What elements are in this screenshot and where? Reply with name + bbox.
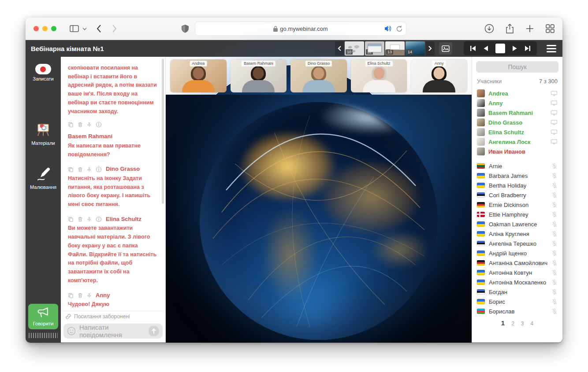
- page-3[interactable]: 3: [521, 320, 524, 327]
- attendee-row[interactable]: Аліна Кругленя: [476, 229, 558, 239]
- attendee-row[interactable]: Oakman Lawrence: [476, 219, 558, 229]
- attendee-row[interactable]: Ettie Hamphrey: [476, 210, 558, 219]
- back-button[interactable]: [97, 25, 101, 33]
- emoji-icon[interactable]: [67, 327, 76, 335]
- tab-overview-icon[interactable]: [546, 24, 555, 33]
- page-1[interactable]: 1: [501, 319, 505, 327]
- skip-to-start-button[interactable]: [470, 45, 476, 52]
- participant-row[interactable]: Ангелина Лоск: [476, 137, 558, 147]
- attendee-row[interactable]: Борислав: [476, 306, 558, 316]
- flag-ukraine-icon: [477, 183, 485, 188]
- forward-button[interactable]: [112, 25, 117, 33]
- menu-button[interactable]: [547, 45, 556, 52]
- webcam-tile[interactable]: Basem Rahmani: [231, 59, 287, 92]
- participant-row[interactable]: Elina Schultz: [476, 127, 558, 137]
- participant-row[interactable]: Andrea: [476, 88, 558, 98]
- attendee-row[interactable]: Антоніна Москаленко: [476, 277, 558, 287]
- page-2[interactable]: 2: [511, 320, 514, 327]
- info-icon[interactable]: [96, 122, 102, 128]
- participant-row[interactable]: Anny: [476, 98, 558, 108]
- minimize-window-button[interactable]: [42, 26, 48, 31]
- webcam-tile[interactable]: Elina Schultz: [351, 59, 407, 92]
- next-slide-button[interactable]: [512, 45, 517, 52]
- attendee-row[interactable]: Антаніна Самойлович: [476, 258, 558, 268]
- audio-playing-icon[interactable]: [385, 26, 392, 32]
- chevron-down-icon[interactable]: [82, 27, 87, 30]
- media-library-button[interactable]: [439, 42, 452, 55]
- chat-bubble-icon[interactable]: [551, 139, 558, 145]
- participant-row[interactable]: Иван Иванов: [476, 147, 558, 156]
- attendee-row[interactable]: Антоніна Ковтун: [476, 268, 558, 277]
- downloads-icon[interactable]: [484, 24, 494, 33]
- materials-button[interactable]: Матеріали: [31, 122, 55, 146]
- speak-button[interactable]: Говорити: [28, 304, 58, 329]
- trash-icon[interactable]: [78, 292, 83, 298]
- webcam-tile[interactable]: Dino Grasso: [290, 59, 347, 92]
- chat-scrollbar[interactable]: [162, 59, 164, 204]
- chat-bubble-icon[interactable]: [551, 129, 558, 136]
- attendee-row[interactable]: Борис: [476, 297, 558, 306]
- attendee-row[interactable]: Ernie Dickinson: [476, 200, 558, 210]
- webcam-tile[interactable]: Andrea: [170, 59, 227, 92]
- info-icon[interactable]: [96, 216, 102, 222]
- trash-icon[interactable]: [78, 166, 83, 173]
- record-button[interactable]: Записати: [33, 64, 53, 81]
- skip-to-end-button[interactable]: [525, 45, 531, 52]
- copy-icon[interactable]: [68, 292, 74, 298]
- flag-germany-icon: [477, 202, 485, 207]
- chat-panel: скопіювати посилання на вебінар і встави…: [61, 57, 166, 343]
- chat-bubble-icon[interactable]: [551, 110, 558, 116]
- thumbnails-prev-button[interactable]: [335, 41, 344, 55]
- chat-input[interactable]: Написати повідомлення: [63, 324, 163, 339]
- thumbnails-next-button[interactable]: [426, 41, 435, 55]
- attendee-row[interactable]: Barbara James: [476, 171, 558, 180]
- trash-icon[interactable]: [78, 122, 83, 128]
- share-icon[interactable]: [506, 24, 514, 34]
- flag-estonia-icon: [477, 289, 485, 295]
- slide-earth-image: [200, 102, 438, 340]
- slide-thumbnail-10[interactable]: 10: [345, 41, 364, 55]
- slide-thumbnail-12[interactable]: 12: [365, 41, 384, 55]
- pin-icon[interactable]: [87, 216, 92, 222]
- attendee-row[interactable]: Богдан: [476, 287, 558, 297]
- privacy-shield-icon[interactable]: [182, 25, 189, 33]
- attendee-row[interactable]: Bertha Holiday: [476, 180, 558, 190]
- info-icon[interactable]: [96, 166, 102, 173]
- pin-icon[interactable]: [87, 122, 92, 128]
- participant-row[interactable]: Basem Rahmani: [476, 108, 558, 118]
- slide-thumbnail-13[interactable]: 13: [385, 41, 405, 55]
- webcam-tile[interactable]: Anny: [411, 59, 467, 92]
- previous-slide-button[interactable]: [483, 45, 488, 52]
- new-tab-icon[interactable]: [525, 24, 534, 33]
- chat-bubble-icon[interactable]: [551, 100, 558, 107]
- chat-bubble-icon[interactable]: [551, 90, 558, 97]
- stop-button[interactable]: [495, 44, 505, 53]
- drawing-button[interactable]: Малювання: [30, 166, 56, 190]
- search-input[interactable]: Пошук: [476, 61, 558, 73]
- attendee-row[interactable]: Arnie: [476, 161, 558, 171]
- send-message-button[interactable]: [149, 326, 159, 336]
- copy-icon[interactable]: [68, 216, 74, 222]
- chat-message-list[interactable]: скопіювати посилання на вебінар і встави…: [61, 57, 165, 311]
- attendee-row[interactable]: Ангеліна Терешко: [476, 239, 558, 248]
- attendee-row[interactable]: Андрій Іщенко: [476, 248, 558, 258]
- zoom-window-button[interactable]: [51, 26, 56, 31]
- page-4[interactable]: 4: [531, 320, 534, 327]
- pin-icon[interactable]: [87, 166, 92, 173]
- chat-input-placeholder: Написати повідомлення: [79, 324, 145, 339]
- attendee-name: Ernie Dickinson: [489, 202, 528, 208]
- close-window-button[interactable]: [33, 26, 39, 31]
- image-icon: [442, 45, 450, 52]
- sidebar-toggle-icon[interactable]: [70, 25, 79, 32]
- chat-bubble-icon[interactable]: [551, 119, 558, 126]
- chat-message-author: Basem Rahmani: [68, 132, 158, 141]
- pin-icon[interactable]: [87, 292, 92, 298]
- copy-icon[interactable]: [68, 122, 74, 128]
- trash-icon[interactable]: [78, 216, 83, 222]
- slide-thumbnail-14[interactable]: 14: [406, 41, 425, 55]
- reload-icon[interactable]: [396, 26, 402, 32]
- copy-icon[interactable]: [68, 166, 74, 173]
- participant-row[interactable]: Dino Grasso: [476, 118, 558, 127]
- attendee-row[interactable]: Cori Bradberry: [476, 190, 558, 200]
- address-bar[interactable]: go.mywebinar.com: [195, 22, 406, 36]
